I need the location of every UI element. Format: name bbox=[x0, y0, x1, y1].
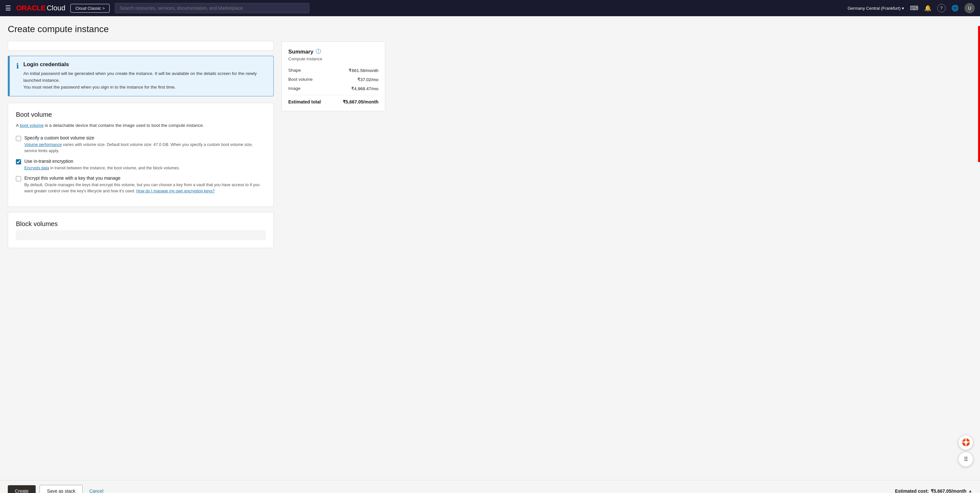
encrypt-volume-checkbox[interactable] bbox=[16, 176, 21, 181]
boot-volume-title: Boot volume bbox=[16, 111, 266, 118]
login-credentials-body: An initial password will be generated wh… bbox=[23, 70, 267, 91]
help-icon[interactable]: ? bbox=[937, 4, 946, 12]
in-transit-label-group: Use in-transit encryption Encrypts data … bbox=[24, 159, 180, 171]
info-circle-icon: ℹ bbox=[16, 62, 19, 91]
summary-image-row: Image ₹4,968.47/mo bbox=[288, 86, 379, 91]
create-button[interactable]: Create bbox=[8, 485, 36, 493]
encrypts-data-link[interactable]: Encrypts data bbox=[24, 166, 49, 170]
summary-shape-row: Shape ₹661.56/month bbox=[288, 68, 379, 73]
globe-icon[interactable]: 🌐 bbox=[951, 5, 959, 12]
login-credentials-section: ℹ Login credentials An initial password … bbox=[8, 56, 274, 96]
encrypt-volume-label[interactable]: Encrypt this volume with a key that you … bbox=[24, 175, 120, 181]
region-chevron-icon: ▾ bbox=[902, 6, 904, 11]
page-title: Create compute instance bbox=[8, 24, 274, 34]
summary-total-label: Estimated total bbox=[288, 99, 321, 105]
bell-icon[interactable]: 🔔 bbox=[924, 5, 931, 12]
summary-boot-value: ₹37.02/mo bbox=[357, 77, 379, 82]
in-transit-label[interactable]: Use in-transit encryption bbox=[24, 159, 73, 164]
help-grid-icon[interactable]: ⠿ bbox=[958, 452, 974, 467]
summary-total-row: Estimated total ₹5,667.05/month bbox=[288, 99, 379, 105]
custom-boot-volume-label[interactable]: Specify a custom boot volume size bbox=[24, 135, 94, 140]
summary-shape-label: Shape bbox=[288, 68, 301, 73]
save-as-stack-button[interactable]: Save as stack bbox=[40, 485, 83, 493]
custom-boot-volume-checkbox[interactable] bbox=[16, 136, 21, 141]
summary-info-icon[interactable]: ⓘ bbox=[316, 48, 321, 55]
avatar[interactable]: U bbox=[964, 3, 975, 13]
in-transit-sublabel: Encrypts data in transit between the ins… bbox=[24, 165, 180, 171]
help-widget: 🛟 ⠿ bbox=[958, 435, 974, 467]
summary-header: Summary ⓘ bbox=[288, 48, 379, 55]
custom-boot-volume-label-group: Specify a custom boot volume size Volume… bbox=[24, 135, 266, 154]
volume-performance-link[interactable]: Volume performance bbox=[24, 142, 62, 147]
custom-boot-volume-sublabel: Volume performance varies with volume si… bbox=[24, 142, 266, 154]
summary-total-value: ₹5,667.05/month bbox=[343, 99, 379, 105]
cloud-classic-button[interactable]: Cloud Classic > bbox=[70, 4, 110, 13]
boot-volume-desc: A boot volume is a detachable device tha… bbox=[16, 122, 266, 129]
encrypt-volume-label-group: Encrypt this volume with a key that you … bbox=[24, 175, 266, 194]
logo-cloud: Cloud bbox=[47, 4, 65, 12]
block-volumes-content bbox=[16, 230, 266, 240]
encrypt-volume-row: Encrypt this volume with a key that you … bbox=[16, 175, 266, 194]
region-selector[interactable]: Germany Central (Frankfurt) ▾ bbox=[848, 6, 904, 11]
block-volumes-title: Block volumes bbox=[16, 220, 266, 228]
summary-divider bbox=[288, 95, 379, 95]
summary-boot-row: Boot volume ₹37.02/mo bbox=[288, 77, 379, 82]
estimated-cost-value: ₹5,667.05/month bbox=[931, 488, 966, 493]
region-label: Germany Central (Frankfurt) bbox=[848, 6, 900, 11]
boot-volume-desc-pre: A bbox=[16, 123, 20, 128]
help-life-preserver-icon[interactable]: 🛟 bbox=[958, 435, 974, 450]
logo: ORACLE Cloud bbox=[16, 4, 65, 12]
search-input[interactable] bbox=[115, 3, 309, 13]
in-transit-checkbox[interactable] bbox=[16, 159, 21, 164]
block-volumes-section: Block volumes bbox=[8, 212, 274, 248]
hamburger-icon[interactable]: ☰ bbox=[5, 4, 11, 12]
summary-boot-label: Boot volume bbox=[288, 77, 313, 82]
estimated-cost-label: Estimated cost: bbox=[895, 488, 929, 493]
scroll-indicator bbox=[978, 26, 980, 162]
login-credentials-line2: You must reset the password when you sig… bbox=[23, 85, 176, 89]
topnav-right: Germany Central (Frankfurt) ▾ ⌨ 🔔 ? 🌐 U bbox=[848, 3, 975, 13]
login-credentials-line1: An initial password will be generated wh… bbox=[23, 71, 257, 83]
in-transit-encryption-row: Use in-transit encryption Encrypts data … bbox=[16, 159, 266, 171]
login-credentials-title: Login credentials bbox=[23, 61, 267, 68]
cancel-button[interactable]: Cancel bbox=[87, 485, 106, 493]
topnav: ☰ ORACLE Cloud Cloud Classic > Germany C… bbox=[0, 0, 980, 16]
terminal-icon[interactable]: ⌨ bbox=[910, 5, 918, 12]
sidebar-summary: Summary ⓘ Compute instance Shape ₹661.56… bbox=[282, 24, 385, 480]
login-credentials-content: Login credentials An initial password wi… bbox=[23, 61, 267, 91]
summary-panel: Summary ⓘ Compute instance Shape ₹661.56… bbox=[282, 41, 385, 111]
boot-volume-desc-post: is a detachable device that contains the… bbox=[44, 123, 204, 128]
summary-title: Summary bbox=[288, 49, 313, 55]
manage-keys-link[interactable]: How do I manage my own encryption keys? bbox=[136, 189, 215, 193]
chevron-up-icon[interactable]: ▲ bbox=[968, 489, 972, 493]
summary-image-value: ₹4,968.47/mo bbox=[351, 86, 379, 91]
summary-shape-value: ₹661.56/month bbox=[348, 68, 379, 73]
logo-oracle: ORACLE bbox=[16, 4, 45, 12]
estimated-cost-display: Estimated cost: ₹5,667.05/month ▲ bbox=[895, 488, 972, 493]
summary-image-label: Image bbox=[288, 86, 301, 91]
encrypt-volume-sublabel: By default, Oracle manages the keys that… bbox=[24, 182, 266, 194]
custom-boot-volume-row: Specify a custom boot volume size Volume… bbox=[16, 135, 266, 154]
page-wrapper: Create compute instance ℹ Login credenti… bbox=[0, 16, 980, 480]
boot-volume-section: Boot volume A boot volume is a detachabl… bbox=[8, 103, 274, 207]
boot-volume-link[interactable]: boot volume bbox=[20, 123, 44, 128]
summary-subtitle: Compute instance bbox=[288, 56, 379, 61]
bottom-bar: Create Save as stack Cancel Estimated co… bbox=[0, 480, 980, 493]
scrolled-section-top bbox=[8, 41, 274, 51]
in-transit-sublabel-post: in transit between the instance, the boo… bbox=[49, 166, 180, 170]
main-content: Create compute instance ℹ Login credenti… bbox=[8, 24, 274, 480]
